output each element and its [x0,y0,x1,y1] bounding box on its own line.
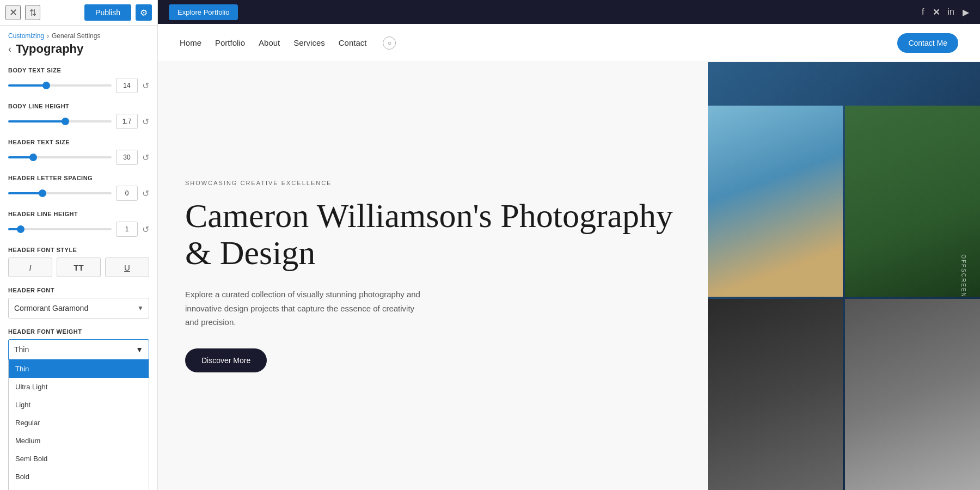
font-weight-option-light[interactable]: Light [9,396,149,414]
header-font-weight-container: Thin ▼ Thin Ultra Light Light Regular Me… [8,339,149,360]
header-text-size-reset[interactable]: ↺ [142,152,149,163]
italic-style-button[interactable]: I [8,258,52,277]
breadcrumb: Customizing › General Settings [8,32,149,40]
photo-collage [708,106,980,490]
breadcrumb-parent-link[interactable]: Customizing [8,32,44,40]
undo-redo-button[interactable]: ⇅ [25,5,40,20]
preview-hero: SHOWCASING CREATIVE EXCELLENCE Cameron W… [158,62,980,490]
body-line-height-reset[interactable]: ↺ [142,117,149,127]
header-font-select[interactable]: Cormorant Garamond [8,298,149,318]
facebook-icon[interactable]: f [922,7,924,17]
nav-services[interactable]: Services [293,38,325,47]
header-font-label: HEADER FONT [8,287,149,293]
font-style-row: I TT U [8,258,149,277]
page-title: Typography [16,42,83,56]
header-font-style-group: HEADER FONT STYLE I TT U [8,247,149,277]
photo-cell-plant [845,106,980,297]
header-letter-spacing-group: HEADER LETTER SPACING 0 ↺ [8,175,149,201]
header-font-weight-selected[interactable]: Thin ▼ [8,339,149,360]
preview-area: Explore Portfolio f ✕ in ▶ Home Portfoli… [158,0,980,490]
font-weight-option-ultralight[interactable]: Ultra Light [9,378,149,396]
nav-about[interactable]: About [259,38,280,47]
photo-cell-landscape [708,106,843,297]
header-line-height-value: 1 [116,222,138,237]
header-font-group: HEADER FONT Cormorant Garamond ▼ [8,287,149,318]
body-text-size-row: 14 ↺ [8,78,149,93]
nav-home[interactable]: Home [180,38,201,47]
header-text-size-label: HEADER TEXT SIZE [8,139,149,145]
discover-more-button[interactable]: Discover More [185,348,267,372]
nav-links: Home Portfolio About Services Contact ○ [180,36,396,50]
header-font-weight-arrow: ▼ [136,345,143,354]
font-weight-option-ultrabold[interactable]: Ultra Bold [9,486,149,490]
back-button[interactable]: ‹ [8,44,11,55]
explore-portfolio-button[interactable]: Explore Portfolio [169,4,238,20]
header-font-weight-selected-text: Thin [14,345,29,354]
header-text-size-value: 30 [116,150,138,165]
controls-area: BODY TEXT SIZE 14 ↺ BODY LINE HEIGHT [0,59,157,490]
header-text-size-row: 30 ↺ [8,150,149,165]
hero-subtitle: SHOWCASING CREATIVE EXCELLENCE [185,180,681,186]
header-letter-spacing-label: HEADER LETTER SPACING [8,175,149,181]
hero-title: Cameron Williamson's Photography & Desig… [185,197,681,271]
breadcrumb-separator: › [47,32,49,40]
header-font-weight-label: HEADER FONT WEIGHT [8,328,149,335]
body-line-height-value: 1.7 [116,114,138,129]
body-text-size-slider-container [8,81,112,90]
font-weight-option-regular[interactable]: Regular [9,414,149,432]
body-text-size-group: BODY TEXT SIZE 14 ↺ [8,67,149,93]
preview-topbar: Explore Portfolio f ✕ in ▶ [158,0,980,24]
header-font-weight-group: HEADER FONT WEIGHT Thin ▼ Thin Ultra Lig… [8,328,149,360]
header-letter-spacing-slider-container [8,189,112,198]
hero-right: Offscreen [708,62,980,490]
youtube-icon[interactable]: ▶ [963,7,969,17]
underline-style-button[interactable]: U [105,258,149,277]
linkedin-icon[interactable]: in [948,7,954,17]
nav-search-icon[interactable]: ○ [383,36,396,50]
bold-style-button[interactable]: TT [57,258,101,277]
close-button[interactable]: ✕ [5,5,21,20]
page-title-panel: ‹ Typography [8,42,149,56]
header-font-dropdown-container: Cormorant Garamond ▼ [8,298,149,318]
customizer-panel: ✕ ⇅ Publish ⚙ Customizing › General Sett… [0,0,158,490]
hero-description: Explore a curated collection of visually… [185,287,425,329]
header-line-height-slider-container [8,225,112,234]
body-line-height-slider-container [8,117,112,126]
nav-portfolio[interactable]: Portfolio [215,38,245,47]
header-text-size-group: HEADER TEXT SIZE 30 ↺ [8,139,149,165]
twitter-x-icon[interactable]: ✕ [933,7,940,17]
header-line-height-label: HEADER LINE HEIGHT [8,211,149,217]
font-weight-option-bold[interactable]: Bold [9,468,149,486]
toolbar: ✕ ⇅ Publish ⚙ [0,0,157,26]
body-line-height-label: BODY LINE HEIGHT [8,103,149,109]
header-line-height-row: 1 ↺ [8,222,149,237]
photo-cell-desk [708,299,843,490]
header-line-height-reset[interactable]: ↺ [142,224,149,235]
settings-gear-button[interactable]: ⚙ [136,4,152,21]
body-line-height-group: BODY LINE HEIGHT 1.7 ↺ [8,103,149,129]
publish-button[interactable]: Publish [84,4,131,21]
font-weight-option-thin[interactable]: Thin [9,360,149,378]
preview-navbar: Home Portfolio About Services Contact ○ … [158,24,980,62]
offscreen-label: Offscreen [961,254,967,298]
header-letter-spacing-reset[interactable]: ↺ [142,188,149,199]
body-text-size-value: 14 [116,78,138,93]
contact-me-button[interactable]: Contact Me [897,33,958,53]
hero-image-background: Offscreen [708,62,980,490]
breadcrumb-area: Customizing › General Settings ‹ Typogra… [0,26,157,59]
header-letter-spacing-row: 0 ↺ [8,186,149,201]
header-letter-spacing-value: 0 [116,186,138,201]
header-font-style-label: HEADER FONT STYLE [8,247,149,253]
body-text-size-label: BODY TEXT SIZE [8,67,149,74]
nav-contact[interactable]: Contact [339,38,367,47]
header-text-size-slider-container [8,153,112,162]
body-text-size-reset[interactable]: ↺ [142,81,149,91]
font-weight-option-medium[interactable]: Medium [9,432,149,450]
header-font-weight-dropdown: Thin Ultra Light Light Regular Medium Se… [8,360,149,490]
hero-left: SHOWCASING CREATIVE EXCELLENCE Cameron W… [158,62,708,490]
font-weight-option-semibold[interactable]: Semi Bold [9,450,149,468]
header-line-height-group: HEADER LINE HEIGHT 1 ↺ [8,211,149,237]
body-line-height-row: 1.7 ↺ [8,114,149,129]
social-icons-group: f ✕ in ▶ [922,7,969,17]
breadcrumb-current: General Settings [52,32,100,40]
